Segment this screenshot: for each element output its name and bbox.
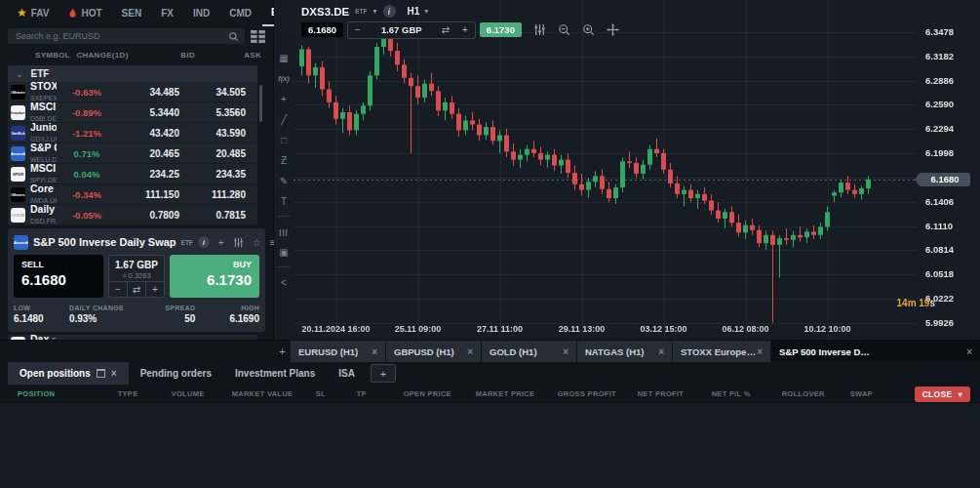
chart-tab-sp500-inverse[interactable]: S&P 500 Inverse D…×: [771, 341, 980, 362]
chart-drawing-toolbar: ▦ f(x) + ╱ □ Ƶ ✎ T ||| ▣ <: [274, 51, 294, 289]
tab-pending-orders[interactable]: Pending orders: [129, 362, 223, 385]
symbol-dropdown-icon[interactable]: ▾: [373, 7, 377, 16]
chart-tab-stoxx[interactable]: STOXX Europe 600…×: [673, 341, 770, 362]
chart-tab-eurusd[interactable]: EURUSD (H1)×: [291, 341, 385, 362]
list-scrollbar[interactable]: [259, 85, 262, 122]
new-chart-tab-button[interactable]: +: [275, 341, 290, 362]
chart-panel: 6.1680 6.34786.31826.28866.25906.22946.1…: [274, 0, 980, 361]
positions-column-headers: POSITION TYPE VOLUME MARKET VALUE SL TP …: [0, 385, 980, 403]
view-grid-icon[interactable]: [251, 30, 265, 43]
nav-tab-ind[interactable]: IND: [184, 0, 218, 25]
watchlist-row-sp-gl-info[interactable]: Amundi S&P GI Info TeWELU.DE, Amun… 0.71…: [8, 143, 257, 164]
maximize-icon[interactable]: [97, 369, 105, 378]
draw-pencil-icon[interactable]: ✎: [276, 174, 292, 187]
add-icon[interactable]: +: [218, 237, 224, 248]
bid-value[interactable]: 34.485: [117, 87, 179, 98]
volume-bars-icon[interactable]: |||: [276, 224, 292, 238]
bid-value[interactable]: 0.7809: [117, 210, 179, 221]
sell-button[interactable]: SELL 6.1680: [14, 255, 103, 298]
pan-move-icon[interactable]: [607, 23, 619, 36]
chart-tab-gold[interactable]: GOLD (H1)×: [482, 341, 576, 362]
bid-value[interactable]: 111.150: [117, 189, 179, 200]
close-icon[interactable]: ×: [467, 346, 473, 357]
close-icon[interactable]: ×: [111, 368, 117, 379]
buy-button[interactable]: BUY 6.1730: [170, 255, 259, 298]
chart-sell-button[interactable]: 6.1680: [301, 22, 343, 37]
ask-value[interactable]: 0.7815: [179, 210, 246, 221]
zoom-in-icon[interactable]: [582, 23, 595, 36]
ask-value[interactable]: 34.505: [179, 87, 246, 98]
ask-value[interactable]: 20.485: [179, 148, 246, 159]
search-box[interactable]: [8, 28, 245, 44]
volume-increase-button[interactable]: +: [145, 282, 164, 297]
watchlist-row-stoxx-europe[interactable]: iShares STOXX EuropeSXEPEX.DE, iSha… -0.…: [8, 82, 257, 102]
watchlist-row-msci-mexico[interactable]: Xtrackers MSCI MexicoD5BI.DE, Xtrack… -0…: [8, 102, 257, 123]
positions-panel: Open positions × Pending orders Investme…: [0, 362, 980, 488]
group-header-etf[interactable]: ⌄ ETF: [8, 65, 257, 82]
compare-instruments-icon[interactable]: [533, 23, 546, 36]
rectangle-tool-icon[interactable]: □: [276, 133, 292, 146]
close-icon[interactable]: ×: [372, 346, 377, 357]
favorite-star-icon[interactable]: ☆: [253, 237, 261, 248]
volume-value[interactable]: 1.67 GBP: [115, 260, 158, 270]
timeframe-select[interactable]: H1▾: [408, 6, 429, 17]
nav-tab-fx[interactable]: FX: [152, 0, 182, 25]
volume-increase-button[interactable]: +: [455, 22, 475, 38]
ask-value[interactable]: 234.35: [179, 169, 246, 180]
indicators-icon[interactable]: [233, 237, 244, 248]
tab-isa[interactable]: ISA: [327, 362, 367, 385]
chart-tab-gbpusd[interactable]: GBPUSD (H1)×: [386, 341, 481, 362]
close-icon[interactable]: ×: [757, 346, 763, 357]
trend-line-icon[interactable]: ╱: [276, 112, 292, 126]
price-chart-canvas[interactable]: [294, 0, 918, 340]
text-tool-icon[interactable]: T: [276, 194, 292, 208]
chevron-down-icon: ▾: [958, 389, 962, 399]
zoom-out-icon[interactable]: [558, 23, 570, 36]
close-icon[interactable]: ×: [563, 346, 568, 357]
nav-tab-fav[interactable]: ★ FAV: [8, 0, 58, 25]
crosshair-icon[interactable]: +: [276, 92, 292, 105]
ask-value[interactable]: 111.280: [179, 189, 246, 200]
info-icon[interactable]: i: [198, 236, 210, 248]
watchlist-row-msci-acwi[interactable]: SPDR MSCI ACWI IMSPYI.DE, SPDR, … 0.04% …: [8, 164, 257, 184]
bid-value[interactable]: 5.3440: [117, 107, 179, 118]
volume-unit-toggle[interactable]: ⇄: [436, 22, 455, 38]
add-panel-tab-button[interactable]: +: [371, 364, 396, 383]
nav-tab-sen[interactable]: SEN: [113, 0, 151, 25]
objects-icon[interactable]: ▣: [276, 245, 292, 259]
chart-symbol[interactable]: DXS3.DE: [301, 6, 349, 18]
price-axis-label: 6.2590: [925, 99, 954, 109]
chart-buy-button[interactable]: 6.1730: [480, 22, 522, 37]
watchlist-row-core-msci[interactable]: iShares Core MSCI WoIWDA.UK, iShare… -0.…: [8, 184, 257, 205]
price-axis-label: 6.2294: [925, 123, 954, 134]
volume-value[interactable]: 1.67 GBP: [368, 22, 436, 38]
close-icon[interactable]: ×: [966, 346, 972, 357]
close-all-button[interactable]: CLOSE ▾: [915, 386, 970, 402]
ask-value[interactable]: 43.590: [179, 128, 246, 139]
nav-tab-cmd[interactable]: CMD: [220, 0, 260, 25]
info-icon[interactable]: i: [383, 5, 396, 18]
watchlist-row-junior-gold[interactable]: VanEck Junior Gold MiGDXJ.UK, VanEc… -1.…: [8, 123, 257, 143]
chart-type-icon[interactable]: ▦: [276, 51, 292, 64]
tab-investment-plans[interactable]: Investment Plans: [223, 362, 327, 385]
volume-decrease-button[interactable]: −: [109, 282, 127, 297]
chart-tab-natgas[interactable]: NATGAS (H1)×: [577, 341, 672, 362]
volume-unit-toggle[interactable]: ⇄: [127, 282, 145, 297]
bid-value[interactable]: 43.420: [117, 128, 179, 139]
ask-value[interactable]: 5.3560: [179, 107, 246, 118]
price-axis[interactable]: 6.1680 6.34786.31826.28866.25906.22946.1…: [918, 0, 980, 340]
waves-tool-icon[interactable]: Ƶ: [276, 153, 292, 167]
tab-open-positions[interactable]: Open positions ×: [8, 362, 129, 385]
nav-tab-hot[interactable]: HOT: [59, 0, 110, 25]
chart-plot-area[interactable]: [294, 0, 918, 340]
bid-value[interactable]: 234.25: [117, 169, 179, 180]
time-axis[interactable]: 20.11.2024 16:0025.11 09:0027.11 11:0029…: [294, 322, 918, 338]
price-axis-label: 5.9926: [925, 317, 954, 328]
search-input[interactable]: [14, 30, 228, 42]
share-icon[interactable]: <: [276, 275, 292, 289]
bid-value[interactable]: 20.465: [117, 148, 179, 159]
watchlist-row-daily-shortdax[interactable]: LYXOR Daily ShortdaxDSD.FR, Amundi,… -0.…: [8, 205, 257, 225]
volume-decrease-button[interactable]: −: [348, 22, 368, 38]
close-icon[interactable]: ×: [658, 346, 664, 357]
indicators-fx-icon[interactable]: f(x): [276, 71, 292, 85]
